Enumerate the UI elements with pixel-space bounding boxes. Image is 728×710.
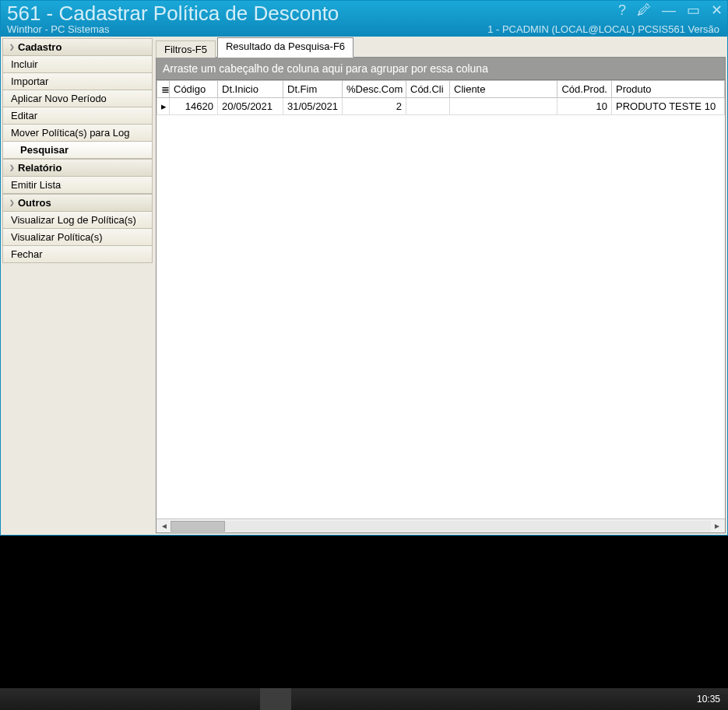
content-panel: Filtros-F5 Resultado da Pesquisa-F6 Arra…: [154, 37, 727, 535]
sidebar-header-relatorio[interactable]: ❯ Relatório: [2, 159, 153, 177]
sidebar-item-incluir[interactable]: Incluir: [2, 55, 153, 73]
cell-cliente: [450, 98, 557, 115]
col-desc-com[interactable]: %Desc.Com: [343, 81, 406, 98]
maximize-icon[interactable]: ▭: [687, 3, 700, 17]
cell-dt-inicio: 20/05/2021: [218, 98, 283, 115]
col-cod-cli[interactable]: Cód.Cli: [406, 81, 450, 98]
window-title: 561 - Cadastrar Política de Desconto: [7, 3, 719, 23]
titlebar[interactable]: 561 - Cadastrar Política de Desconto Win…: [1, 1, 727, 37]
sidebar-header-outros[interactable]: ❯ Outros: [2, 194, 153, 212]
col-produto[interactable]: Produto: [612, 81, 725, 98]
col-dt-inicio[interactable]: Dt.Inicio: [218, 81, 283, 98]
pin-icon[interactable]: 🖉: [637, 3, 651, 17]
sidebar-item-editar[interactable]: Editar: [2, 107, 153, 125]
taskbar-active-app[interactable]: [260, 688, 291, 710]
scroll-track[interactable]: [171, 521, 711, 532]
cell-dt-fim: 31/05/2021: [283, 98, 343, 115]
sidebar-item-visualizar-politicas[interactable]: Visualizar Política(s): [2, 228, 153, 246]
tab-resultado[interactable]: Resultado da Pesquisa-F6: [217, 37, 353, 58]
row-menu-header[interactable]: ≣: [157, 81, 170, 98]
taskbar[interactable]: 10:35: [0, 688, 728, 710]
taskbar-clock: 10:35: [697, 694, 720, 705]
table-row[interactable]: ▸ 14620 20/05/2021 31/05/2021 2 10 PRODU…: [157, 98, 725, 115]
col-cliente[interactable]: Cliente: [450, 81, 557, 98]
row-indicator-icon: ▸: [157, 98, 170, 115]
results-grid: Arraste um cabeçalho de coluna aqui para…: [156, 57, 726, 533]
app-window: 561 - Cadastrar Política de Desconto Win…: [0, 0, 728, 536]
results-table[interactable]: ≣ Código Dt.Inicio Dt.Fim %Desc.Com Cód.…: [157, 80, 725, 115]
minimize-icon[interactable]: —: [662, 3, 676, 17]
col-codigo[interactable]: Código: [170, 81, 218, 98]
subtitle-right: 1 - PCADMIN (LOCAL@LOCAL) PCSIS561 Versã…: [487, 23, 719, 35]
cell-cod-cli: [406, 98, 450, 115]
col-cod-prod[interactable]: Cód.Prod.: [557, 81, 612, 98]
sidebar-item-visualizar-log-politicas[interactable]: Visualizar Log de Política(s): [2, 211, 153, 229]
sidebar-item-importar[interactable]: Importar: [2, 72, 153, 90]
chevron-down-icon: ❯: [9, 199, 15, 206]
sidebar: ❯ Cadastro Incluir Importar Aplicar Novo…: [1, 37, 154, 535]
chevron-down-icon: ❯: [9, 44, 15, 51]
horizontal-scrollbar[interactable]: ◄ ►: [157, 518, 725, 532]
help-icon[interactable]: ?: [618, 3, 626, 17]
close-icon[interactable]: ✕: [711, 3, 723, 17]
tabs: Filtros-F5 Resultado da Pesquisa-F6: [156, 38, 726, 57]
sidebar-item-fechar[interactable]: Fechar: [2, 245, 153, 263]
sidebar-item-emitir-lista[interactable]: Emitir Lista: [2, 176, 153, 194]
group-by-bar[interactable]: Arraste um cabeçalho de coluna aqui para…: [157, 58, 725, 80]
scroll-thumb[interactable]: [171, 521, 225, 532]
sidebar-item-pesquisar[interactable]: Pesquisar: [2, 141, 153, 159]
chevron-down-icon: ❯: [9, 164, 15, 171]
col-dt-fim[interactable]: Dt.Fim: [283, 81, 343, 98]
cell-produto: PRODUTO TESTE 10: [612, 98, 725, 115]
subtitle-left: Winthor - PC Sistemas: [7, 23, 109, 35]
cell-desc-com: 2: [343, 98, 406, 115]
cell-cod-prod: 10: [557, 98, 612, 115]
sidebar-item-aplicar-novo-periodo[interactable]: Aplicar Novo Período: [2, 90, 153, 107]
tab-filtros[interactable]: Filtros-F5: [156, 40, 216, 58]
scroll-right-icon[interactable]: ►: [711, 522, 723, 530]
sidebar-item-mover-politicas-log[interactable]: Mover Política(s) para Log: [2, 124, 153, 142]
cell-codigo: 14620: [170, 98, 218, 115]
scroll-left-icon[interactable]: ◄: [158, 522, 171, 530]
sidebar-header-cadastro[interactable]: ❯ Cadastro: [2, 38, 153, 56]
